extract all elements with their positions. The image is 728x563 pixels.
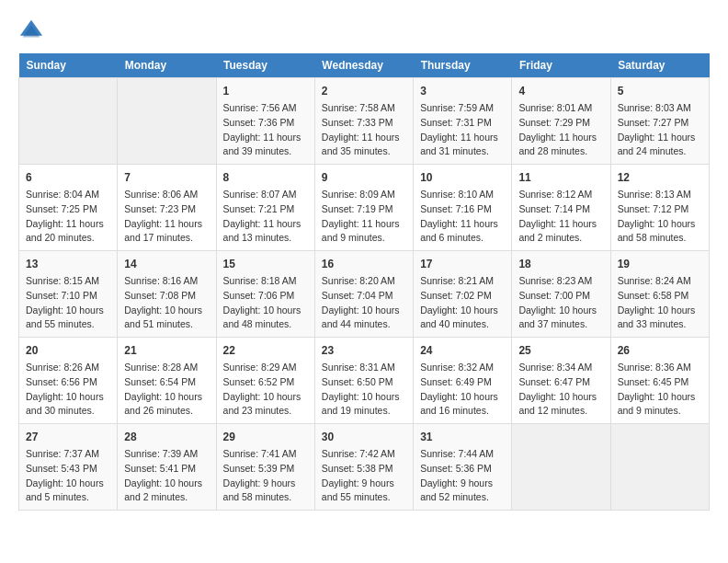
day-info: Sunrise: 8:09 AM Sunset: 7:19 PM Dayligh… [322,188,406,246]
day-number: 3 [420,83,505,99]
day-cell: 1Sunrise: 7:56 AM Sunset: 7:36 PM Daylig… [216,78,314,165]
day-cell: 31Sunrise: 7:44 AM Sunset: 5:36 PM Dayli… [414,424,512,511]
day-info: Sunrise: 7:58 AM Sunset: 7:33 PM Dayligh… [322,101,406,159]
day-number: 29 [223,429,308,445]
day-number: 8 [223,169,308,186]
day-cell: 15Sunrise: 8:18 AM Sunset: 7:06 PM Dayli… [216,251,314,338]
day-number: 7 [124,169,209,186]
day-cell: 11Sunrise: 8:12 AM Sunset: 7:14 PM Dayli… [512,165,610,251]
logo [18,18,48,44]
header-cell-tuesday: Tuesday [216,53,314,78]
header-cell-thursday: Thursday [414,53,512,78]
day-cell: 30Sunrise: 7:42 AM Sunset: 5:38 PM Dayli… [314,424,413,511]
day-info: Sunrise: 8:18 AM Sunset: 7:06 PM Dayligh… [223,274,308,332]
day-number: 26 [618,342,702,359]
day-info: Sunrise: 8:06 AM Sunset: 7:23 PM Dayligh… [124,188,209,246]
day-number: 18 [518,256,603,272]
day-info: Sunrise: 8:13 AM Sunset: 7:12 PM Dayligh… [618,188,702,246]
day-number: 6 [26,169,110,186]
day-cell: 22Sunrise: 8:29 AM Sunset: 6:52 PM Dayli… [216,338,314,424]
day-cell: 25Sunrise: 8:34 AM Sunset: 6:47 PM Dayli… [512,338,610,424]
day-info: Sunrise: 7:39 AM Sunset: 5:41 PM Dayligh… [124,447,209,505]
day-cell: 5Sunrise: 8:03 AM Sunset: 7:27 PM Daylig… [610,78,709,165]
day-cell: 26Sunrise: 8:36 AM Sunset: 6:45 PM Dayli… [610,338,709,424]
day-cell [19,78,118,165]
day-number: 23 [322,342,406,359]
day-cell: 10Sunrise: 8:10 AM Sunset: 7:16 PM Dayli… [414,165,512,251]
day-cell: 13Sunrise: 8:15 AM Sunset: 7:10 PM Dayli… [19,251,118,338]
day-info: Sunrise: 7:44 AM Sunset: 5:36 PM Dayligh… [420,447,505,505]
header-row: SundayMondayTuesdayWednesdayThursdayFrid… [19,53,710,78]
day-number: 2 [322,83,406,99]
day-info: Sunrise: 8:36 AM Sunset: 6:45 PM Dayligh… [618,361,702,419]
day-number: 19 [618,256,702,272]
day-number: 20 [26,342,110,359]
day-info: Sunrise: 8:15 AM Sunset: 7:10 PM Dayligh… [26,274,110,332]
logo-icon [18,18,44,44]
day-info: Sunrise: 8:28 AM Sunset: 6:54 PM Dayligh… [124,361,209,419]
day-number: 22 [223,342,308,359]
day-cell: 6Sunrise: 8:04 AM Sunset: 7:25 PM Daylig… [19,165,118,251]
week-row-5: 27Sunrise: 7:37 AM Sunset: 5:43 PM Dayli… [19,424,710,511]
calendar-body: 1Sunrise: 7:56 AM Sunset: 7:36 PM Daylig… [19,78,710,511]
day-cell [610,424,709,511]
day-info: Sunrise: 8:20 AM Sunset: 7:04 PM Dayligh… [322,274,406,332]
day-info: Sunrise: 8:32 AM Sunset: 6:49 PM Dayligh… [420,361,505,419]
day-cell: 17Sunrise: 8:21 AM Sunset: 7:02 PM Dayli… [414,251,512,338]
day-cell: 20Sunrise: 8:26 AM Sunset: 6:56 PM Dayli… [19,338,118,424]
day-info: Sunrise: 8:03 AM Sunset: 7:27 PM Dayligh… [618,101,702,159]
header-cell-saturday: Saturday [610,53,709,78]
week-row-3: 13Sunrise: 8:15 AM Sunset: 7:10 PM Dayli… [19,251,710,338]
day-info: Sunrise: 8:12 AM Sunset: 7:14 PM Dayligh… [518,188,603,246]
day-info: Sunrise: 8:34 AM Sunset: 6:47 PM Dayligh… [518,361,603,419]
header-cell-sunday: Sunday [19,53,118,78]
day-cell [118,78,216,165]
day-info: Sunrise: 8:24 AM Sunset: 6:58 PM Dayligh… [618,274,702,332]
day-number: 30 [322,429,406,445]
day-number: 9 [322,169,406,186]
day-cell: 28Sunrise: 7:39 AM Sunset: 5:41 PM Dayli… [118,424,216,511]
day-cell: 23Sunrise: 8:31 AM Sunset: 6:50 PM Dayli… [314,338,413,424]
day-cell [512,424,610,511]
day-info: Sunrise: 8:31 AM Sunset: 6:50 PM Dayligh… [322,361,406,419]
header-cell-friday: Friday [512,53,610,78]
day-info: Sunrise: 8:04 AM Sunset: 7:25 PM Dayligh… [26,188,110,246]
header-cell-monday: Monday [118,53,216,78]
day-cell: 2Sunrise: 7:58 AM Sunset: 7:33 PM Daylig… [314,78,413,165]
week-row-4: 20Sunrise: 8:26 AM Sunset: 6:56 PM Dayli… [19,338,710,424]
week-row-1: 1Sunrise: 7:56 AM Sunset: 7:36 PM Daylig… [19,78,710,165]
day-number: 5 [618,83,702,99]
day-info: Sunrise: 8:29 AM Sunset: 6:52 PM Dayligh… [223,361,308,419]
day-number: 15 [223,256,308,272]
day-cell: 14Sunrise: 8:16 AM Sunset: 7:08 PM Dayli… [118,251,216,338]
day-cell: 9Sunrise: 8:09 AM Sunset: 7:19 PM Daylig… [314,165,413,251]
calendar-header: SundayMondayTuesdayWednesdayThursdayFrid… [19,53,710,78]
day-number: 14 [124,256,209,272]
day-cell: 29Sunrise: 7:41 AM Sunset: 5:39 PM Dayli… [216,424,314,511]
day-info: Sunrise: 8:23 AM Sunset: 7:00 PM Dayligh… [518,274,603,332]
day-info: Sunrise: 7:41 AM Sunset: 5:39 PM Dayligh… [223,447,308,505]
page-header [18,18,710,44]
day-cell: 7Sunrise: 8:06 AM Sunset: 7:23 PM Daylig… [118,165,216,251]
day-number: 12 [618,169,702,186]
day-number: 25 [518,342,603,359]
day-info: Sunrise: 8:16 AM Sunset: 7:08 PM Dayligh… [124,274,209,332]
day-number: 1 [223,83,308,99]
header-cell-wednesday: Wednesday [314,53,413,78]
day-number: 24 [420,342,505,359]
day-number: 4 [518,83,603,99]
day-cell: 3Sunrise: 7:59 AM Sunset: 7:31 PM Daylig… [414,78,512,165]
day-cell: 19Sunrise: 8:24 AM Sunset: 6:58 PM Dayli… [610,251,709,338]
day-info: Sunrise: 7:59 AM Sunset: 7:31 PM Dayligh… [420,101,505,159]
day-cell: 27Sunrise: 7:37 AM Sunset: 5:43 PM Dayli… [19,424,118,511]
day-cell: 8Sunrise: 8:07 AM Sunset: 7:21 PM Daylig… [216,165,314,251]
day-cell: 18Sunrise: 8:23 AM Sunset: 7:00 PM Dayli… [512,251,610,338]
week-row-2: 6Sunrise: 8:04 AM Sunset: 7:25 PM Daylig… [19,165,710,251]
day-cell: 4Sunrise: 8:01 AM Sunset: 7:29 PM Daylig… [512,78,610,165]
day-cell: 16Sunrise: 8:20 AM Sunset: 7:04 PM Dayli… [314,251,413,338]
calendar-table: SundayMondayTuesdayWednesdayThursdayFrid… [18,53,710,511]
day-info: Sunrise: 7:37 AM Sunset: 5:43 PM Dayligh… [26,447,110,505]
day-number: 16 [322,256,406,272]
day-number: 17 [420,256,505,272]
day-cell: 12Sunrise: 8:13 AM Sunset: 7:12 PM Dayli… [610,165,709,251]
